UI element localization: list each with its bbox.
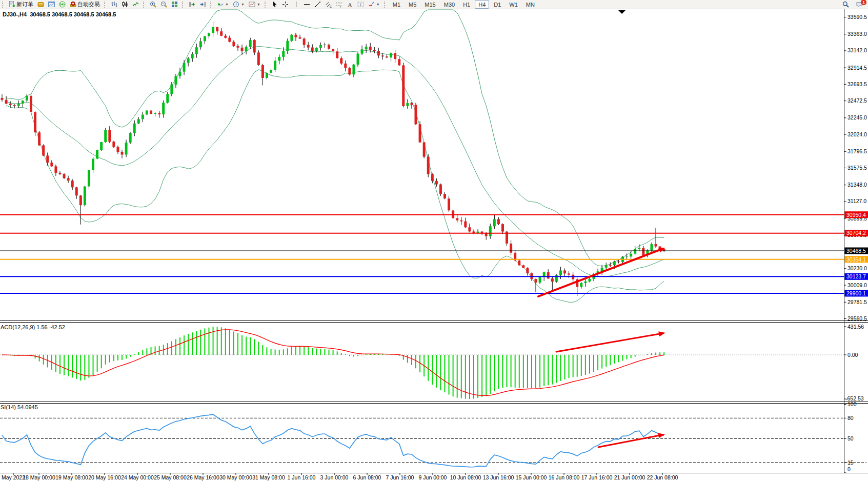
equidistant-channel-button[interactable]: E — [324, 0, 333, 9]
chart-shift-button[interactable] — [198, 0, 208, 9]
price-tick-label: 31127.0 — [847, 198, 866, 204]
tf-m15-label: M15 — [422, 2, 437, 8]
signal-icon — [59, 1, 66, 8]
chat-button[interactable]: 1 — [855, 0, 864, 9]
tf-mn-button[interactable]: MN — [522, 0, 538, 9]
auto-scroll-button[interactable] — [187, 0, 197, 9]
time-tick-label: 13 Jun 16:00 — [483, 474, 514, 480]
tf-m1-button[interactable]: M1 — [389, 0, 404, 9]
trend-arrow-head[interactable] — [658, 331, 665, 336]
price-tick-label: 31575.5 — [847, 165, 867, 171]
time-tick-label: 18 May 00:00 — [23, 474, 55, 480]
trendline-button[interactable] — [313, 0, 322, 9]
text-label-button[interactable]: T — [356, 0, 366, 9]
chart-shift-marker[interactable] — [618, 10, 625, 14]
time-tick-label: 10 Jun 08:00 — [450, 474, 481, 480]
macd-indicator-label: ACD(12,26,9) 1.56 -42.52 — [1, 324, 65, 330]
zoom-out-button[interactable] — [159, 0, 169, 9]
time-tick-label: 7 Jun 16:00 — [386, 474, 414, 480]
fibonacci-icon: F — [336, 1, 342, 8]
trend-arrow-macd[interactable] — [556, 333, 661, 352]
tf-d1-button[interactable]: D1 — [490, 0, 504, 9]
bar-chart-icon — [111, 1, 117, 8]
horizontal-line-button[interactable] — [302, 0, 312, 9]
zoom-in-button[interactable] — [148, 0, 158, 9]
search-button[interactable] — [841, 0, 851, 9]
time-tick-label: 15 Jun 00:00 — [516, 474, 547, 480]
time-tick-label: 20 May 16:00 — [88, 474, 121, 480]
tile-windows-icon — [171, 1, 178, 8]
crosshair-button[interactable] — [280, 0, 290, 9]
crosshair-icon — [282, 1, 289, 8]
tf-m15-button[interactable]: M15 — [421, 0, 439, 9]
toolbar: 新订单自动交易▼▼▼EFAT▼M1M5M15M30H1H4D1W1MN1 — [0, 0, 868, 9]
chart-shift-icon — [199, 1, 206, 8]
price-tick-label: 30009.0 — [847, 282, 867, 288]
tf-m1-label: M1 — [391, 2, 402, 8]
tf-m5-button[interactable]: M5 — [405, 0, 420, 9]
time-tick-label: 9 Jun 00:00 — [419, 474, 447, 480]
auto-scroll-icon — [189, 1, 195, 8]
panel-separators[interactable] — [0, 321, 868, 473]
auto-trading-label: 自动交易 — [77, 1, 100, 8]
price-tick-label: 33142.0 — [847, 47, 867, 53]
time-tick-label: 26 May 16:00 — [187, 474, 219, 480]
arrows-icon — [368, 1, 375, 8]
templates-button[interactable]: ▼ — [247, 0, 262, 9]
rsi-axis-label: 15 — [847, 459, 854, 466]
price-tick-label: 33363.0 — [847, 31, 867, 37]
tf-m30-button[interactable]: M30 — [440, 0, 458, 9]
chart-window-button[interactable] — [47, 0, 56, 9]
time-tick-label: May 2022 — [2, 474, 25, 480]
new-order-button[interactable]: 新订单 — [7, 0, 35, 9]
signals-button[interactable] — [57, 0, 67, 9]
toolbar-grip — [104, 2, 107, 8]
fibonacci-button[interactable]: F — [334, 0, 344, 9]
time-axis[interactable]: May 202218 May 00:0019 May 08:0020 May 1… — [2, 473, 678, 481]
price-label-text: 29900.1 — [846, 290, 866, 296]
price-tick-label: 32914.5 — [847, 65, 867, 71]
toolbar-grip — [384, 2, 387, 8]
arrows-button[interactable]: ▼ — [367, 0, 381, 9]
market-watch-button[interactable] — [36, 0, 46, 9]
horizontal-line-icon — [304, 1, 310, 8]
price-tick-label: 29781.5 — [847, 299, 867, 305]
tf-h1-button[interactable]: H1 — [459, 0, 474, 9]
indicators-button[interactable]: ▼ — [215, 0, 230, 9]
tile-windows-button[interactable] — [170, 0, 179, 9]
candlestick-chart-button[interactable] — [120, 0, 130, 9]
autotrade-icon — [70, 1, 76, 8]
line-chart-button[interactable] — [131, 0, 140, 9]
chevron-down-icon: ▼ — [257, 3, 260, 6]
auto-trading-button[interactable]: 自动交易 — [68, 0, 102, 9]
tf-h1-label: H1 — [461, 2, 472, 8]
gold-box-icon — [37, 1, 44, 8]
candles — [1, 22, 665, 296]
rsi-line — [2, 414, 664, 467]
toolbar-grip — [182, 2, 185, 8]
time-tick-label: 6 Jun 08:00 — [353, 474, 381, 480]
tf-h4-button[interactable]: H4 — [475, 0, 489, 9]
periods-button[interactable]: ▼ — [231, 0, 246, 9]
time-tick-label: 19 May 08:00 — [55, 474, 88, 480]
periods-icon — [233, 1, 239, 8]
vertical-line-button[interactable] — [291, 0, 301, 9]
bollinger-bands — [6, 10, 664, 302]
text-button[interactable]: A — [345, 0, 355, 9]
bar-chart-button[interactable] — [109, 0, 119, 9]
time-tick-label: 30 May 00:00 — [219, 474, 252, 480]
toolbar-grip — [143, 2, 146, 8]
price-label-text: 30123.7 — [846, 273, 866, 279]
time-tick-label: 3 Jun 00:00 — [320, 474, 349, 480]
cursor-button[interactable] — [270, 0, 279, 9]
toolbar-grip — [265, 2, 268, 8]
time-tick-label: 31 May 08:00 — [252, 474, 285, 480]
trend-arrow-main[interactable] — [538, 249, 662, 296]
tf-w1-button[interactable]: W1 — [506, 0, 521, 9]
zoom-out-icon — [160, 1, 167, 8]
price-tick-label: 33590.5 — [847, 14, 867, 20]
rsi-panel: 1008050150 — [0, 401, 866, 473]
tf-m30-label: M30 — [442, 2, 457, 8]
price-label-text: 30704.2 — [846, 230, 866, 236]
price-tick-label: 32245.0 — [847, 114, 867, 121]
